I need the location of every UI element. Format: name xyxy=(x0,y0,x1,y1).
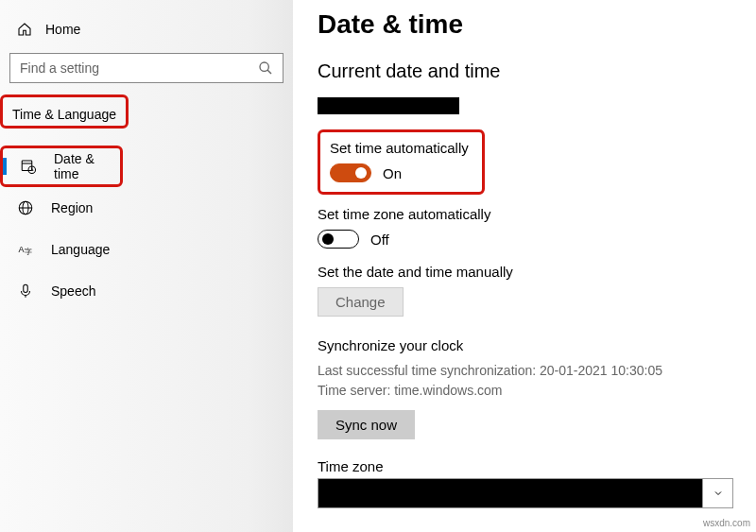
globe-icon xyxy=(17,199,34,216)
chevron-down-icon xyxy=(702,479,732,507)
sidebar-item-speech[interactable]: Speech xyxy=(0,270,293,312)
timezone-group: Time zone xyxy=(318,458,747,508)
sidebar-item-label: Language xyxy=(51,242,110,257)
sync-last: Last successful time synchronization: 20… xyxy=(318,361,747,381)
section-title: Time & Language xyxy=(0,94,129,129)
page-subtitle: Current date and time xyxy=(318,60,747,82)
set-tz-auto-group: Set time zone automatically Off xyxy=(318,206,747,249)
redacted-timezone xyxy=(318,479,702,507)
sidebar-item-region[interactable]: Region xyxy=(0,187,293,229)
set-time-auto-state: On xyxy=(383,165,402,181)
svg-line-6 xyxy=(32,170,34,171)
search-icon xyxy=(258,60,273,76)
svg-text:A: A xyxy=(19,245,25,254)
manual-group: Set the date and time manually Change xyxy=(318,264,747,317)
set-tz-auto-state: Off xyxy=(370,232,389,248)
sidebar-item-date-time[interactable]: Date & time xyxy=(0,146,123,187)
calendar-clock-icon xyxy=(20,158,37,175)
sync-group: Synchronize your clock Last successful t… xyxy=(318,337,747,439)
home-link[interactable]: Home xyxy=(0,13,293,45)
set-tz-auto-label: Set time zone automatically xyxy=(318,206,747,222)
sidebar-item-label: Speech xyxy=(51,283,95,299)
home-icon xyxy=(17,22,32,37)
svg-line-1 xyxy=(267,70,271,74)
timezone-select[interactable] xyxy=(318,478,733,508)
search-input[interactable]: Find a setting xyxy=(9,53,284,83)
sidebar-item-label: Date & time xyxy=(54,151,120,181)
home-label: Home xyxy=(45,22,80,37)
sidebar: Home Find a setting Time & Language Date… xyxy=(0,0,293,532)
search-placeholder: Find a setting xyxy=(20,60,99,76)
set-tz-auto-toggle[interactable] xyxy=(318,230,359,249)
sync-now-button[interactable]: Sync now xyxy=(318,410,415,439)
sync-heading: Synchronize your clock xyxy=(318,337,747,353)
redacted-datetime xyxy=(318,97,459,114)
svg-point-0 xyxy=(260,62,268,71)
change-button[interactable]: Change xyxy=(318,287,404,317)
sidebar-item-language[interactable]: A字 Language xyxy=(0,229,293,270)
language-icon: A字 xyxy=(17,241,34,258)
set-time-auto-toggle[interactable] xyxy=(330,163,371,182)
manual-label: Set the date and time manually xyxy=(318,264,747,280)
svg-rect-2 xyxy=(22,161,32,171)
sidebar-item-label: Region xyxy=(51,200,93,215)
page-title: Date & time xyxy=(318,9,747,40)
main-content: Date & time Current date and time Set ti… xyxy=(293,0,756,532)
svg-rect-12 xyxy=(24,284,28,292)
set-time-auto-label: Set time automatically xyxy=(330,140,469,156)
sync-server: Time server: time.windows.com xyxy=(318,381,747,401)
timezone-label: Time zone xyxy=(318,458,747,474)
watermark: wsxdn.com xyxy=(703,518,750,528)
set-time-auto-group: Set time automatically On xyxy=(318,129,485,195)
microphone-icon xyxy=(17,283,34,300)
nav-list: Date & time Region A字 Language Speech xyxy=(0,146,293,312)
svg-text:字: 字 xyxy=(25,248,32,256)
